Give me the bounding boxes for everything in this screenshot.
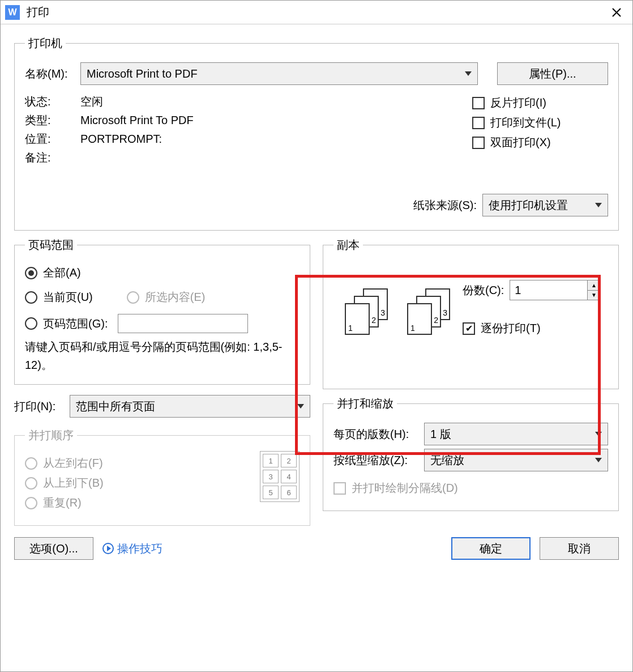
chevron-down-icon xyxy=(595,203,602,207)
page-range-group: 页码范围 全部(A) 当前页(U) 所选内容(E) 页码范围(G): 请键入页码… xyxy=(14,237,310,385)
range-pages-radio[interactable]: 页码范围(G): xyxy=(25,314,300,333)
status-label: 状态: xyxy=(25,94,75,109)
close-icon xyxy=(611,7,622,18)
spin-up-icon[interactable]: ▲ xyxy=(588,280,600,291)
zoom-legend: 并打和缩放 xyxy=(333,396,397,411)
spin-down-icon[interactable]: ▼ xyxy=(588,291,600,300)
paper-source-dropdown[interactable]: 使用打印机设置 xyxy=(482,194,608,216)
printer-name-dropdown[interactable]: Microsoft Print to PDF xyxy=(80,62,478,85)
range-current-radio[interactable]: 当前页(U) xyxy=(25,290,93,305)
printer-group: 打印机 名称(M): Microsoft Print to PDF 属性(P).… xyxy=(14,36,619,231)
app-icon: W xyxy=(5,5,20,20)
range-selection-radio: 所选内容(E) xyxy=(127,290,206,305)
tips-link[interactable]: 操作技巧 xyxy=(102,541,162,556)
collate-checkbox[interactable]: ✔逐份打印(T) xyxy=(463,321,600,336)
pages-input[interactable] xyxy=(118,314,248,333)
print-to-file-checkbox[interactable]: 打印到文件(L) xyxy=(472,115,608,130)
print-what-label: 打印(N): xyxy=(14,399,64,414)
order-preview: 12 34 56 xyxy=(260,451,300,502)
order-repeat-radio: 重复(R) xyxy=(25,495,104,511)
chevron-down-icon xyxy=(297,404,304,409)
print-dialog: W 打印 打印机 名称(M): Microsoft Print to PDF 属… xyxy=(0,0,633,672)
range-all-radio[interactable]: 全部(A) xyxy=(25,265,300,280)
titlebar: W 打印 xyxy=(1,1,632,24)
paper-source-label: 纸张来源(S): xyxy=(413,198,477,213)
ok-button[interactable]: 确定 xyxy=(451,537,531,560)
chevron-down-icon xyxy=(595,432,602,436)
copies-legend: 副本 xyxy=(333,237,363,253)
where-label: 位置: xyxy=(25,131,75,147)
where-value: PORTPROMPT: xyxy=(80,133,162,146)
close-button[interactable] xyxy=(605,1,628,24)
printer-legend: 打印机 xyxy=(25,36,66,51)
pages-per-sheet-dropdown[interactable]: 1 版 xyxy=(424,423,608,445)
name-label: 名称(M): xyxy=(25,66,75,82)
chevron-down-icon xyxy=(465,71,472,76)
comment-label: 备注: xyxy=(25,150,75,165)
zoom-group: 并打和缩放 每页的版数(H): 1 版 按纸型缩放(Z): 无缩放 xyxy=(323,396,619,511)
duplex-checkbox[interactable]: 双面打印(X) xyxy=(472,135,608,150)
scale-to-paper-dropdown[interactable]: 无缩放 xyxy=(424,449,608,471)
chevron-down-icon xyxy=(595,458,602,462)
range-hint: 请键入页码和/或用逗号分隔的页码范围(例如: 1,3,5-12)。 xyxy=(25,338,300,374)
order-tb-radio: 从上到下(B) xyxy=(25,475,104,491)
copies-group: 副本 3 2 1 3 2 1 xyxy=(323,237,619,389)
cancel-button[interactable]: 取消 xyxy=(540,537,619,560)
collate-illustration: 3 2 1 3 2 1 xyxy=(345,288,451,338)
pages-per-sheet-label: 每页的版数(H): xyxy=(333,427,418,442)
status-value: 空闲 xyxy=(80,94,103,109)
print-order-group: 并打顺序 从左到右(F) 从上到下(B) 重复(R) 12 34 56 xyxy=(14,428,310,526)
dialog-title: 打印 xyxy=(27,5,605,20)
mirror-checkbox[interactable]: 反片打印(I) xyxy=(472,95,608,110)
copies-count-spinbox[interactable]: 1 ▲ ▼ xyxy=(510,280,600,300)
draw-separator-checkbox: 并打时绘制分隔线(D) xyxy=(333,480,608,496)
copies-count-label: 份数(C): xyxy=(463,283,504,298)
order-lr-radio: 从左到右(F) xyxy=(25,456,104,471)
print-order-legend: 并打顺序 xyxy=(25,428,77,443)
page-range-legend: 页码范围 xyxy=(25,237,77,253)
play-icon xyxy=(102,543,114,554)
type-value: Microsoft Print To PDF xyxy=(80,114,194,127)
type-label: 类型: xyxy=(25,113,75,128)
options-button[interactable]: 选项(O)... xyxy=(14,537,93,560)
properties-button[interactable]: 属性(P)... xyxy=(497,62,608,85)
print-what-dropdown[interactable]: 范围中所有页面 xyxy=(70,395,310,418)
scale-to-paper-label: 按纸型缩放(Z): xyxy=(333,453,418,468)
